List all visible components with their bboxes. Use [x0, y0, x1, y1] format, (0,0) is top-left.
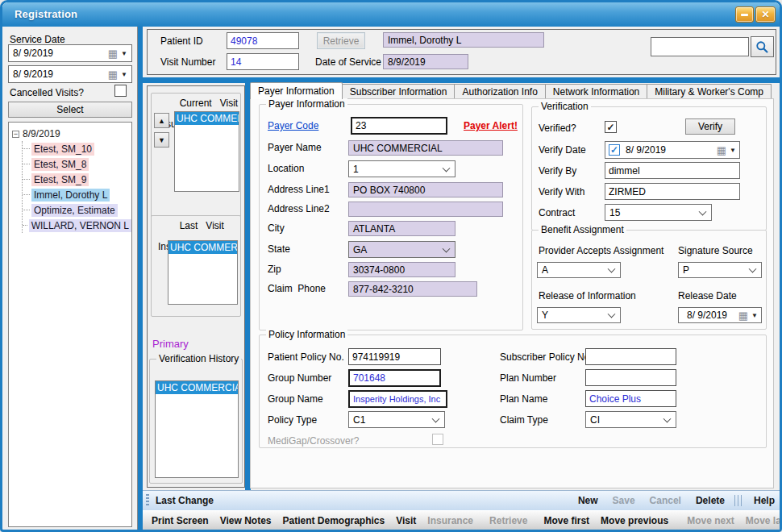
payer-code-input[interactable] [351, 117, 447, 135]
address-line1-field: PO BOX 740800 [348, 182, 503, 197]
search-button[interactable] [751, 36, 774, 57]
policy-type-select[interactable]: C1 [348, 411, 445, 428]
select-button[interactable]: Select [8, 102, 132, 118]
group-name-input[interactable] [348, 390, 447, 408]
payer-alert-link[interactable]: Payer Alert! [464, 120, 518, 131]
cancelled-visits-checkbox[interactable] [114, 85, 127, 97]
last-insurance-listbox[interactable]: UHC COMMERCIAL [168, 240, 238, 305]
search-icon [755, 40, 769, 54]
tree-item[interactable]: Optimize, Estimate [31, 204, 118, 217]
tab-payer-information[interactable]: Payer Information [250, 82, 343, 99]
patient-header-panel: Patient ID Visit Number Retrieve Immel, … [147, 29, 776, 75]
cancelled-visits-label: Cancelled Visits? [10, 87, 84, 98]
cancel-button[interactable]: Cancel [650, 495, 681, 506]
medigap-crossover-checkbox[interactable] [432, 434, 443, 445]
move-first-button[interactable]: Move first [543, 515, 589, 526]
verification-caption: Verification [539, 101, 591, 112]
verification-history-item[interactable]: UHC COMMERCIAL [156, 381, 238, 394]
view-notes-button[interactable]: View Notes [220, 515, 272, 526]
tab-authorization-info[interactable]: Authorization Info [454, 84, 545, 99]
retrieve-button[interactable]: Retrieve [317, 32, 365, 49]
subscriber-policy-no-input[interactable] [585, 348, 676, 365]
medigap-crossover-label: MediGap/Crossover? [268, 435, 359, 447]
group-number-input[interactable] [348, 369, 441, 387]
verify-with-input[interactable] [605, 183, 740, 200]
service-date-from-value: 8/ 9/2019 [13, 48, 53, 59]
tab-military-workers-comp[interactable]: Military & Worker's Comp [647, 84, 772, 99]
visit-button[interactable]: Visit [396, 515, 416, 526]
visit-tree[interactable]: − 8/9/2019 Etest, SM_10 Etest, SM_8 Etes… [8, 122, 132, 527]
current-insurance-item[interactable]: UHC COMMERCIAL [175, 112, 239, 125]
calendar-icon: ▦ [738, 310, 748, 321]
search-input[interactable] [651, 37, 749, 56]
print-screen-button[interactable]: Print Screen [152, 515, 209, 526]
visit-number-input[interactable] [227, 53, 299, 70]
provider-accepts-assignment-select[interactable]: A [537, 262, 621, 278]
plan-name-input[interactable] [585, 390, 676, 407]
tree-item[interactable]: Etest, SM_9 [31, 173, 89, 186]
release-of-information-select[interactable]: Y [537, 307, 621, 323]
tree-item[interactable]: Etest, SM_8 [31, 158, 89, 171]
verify-with-label: Verify With [539, 186, 584, 197]
delete-button[interactable]: Delete [696, 495, 725, 506]
verify-button[interactable]: Verify [685, 118, 735, 135]
policy-information-group: Policy Information Patient Policy No. Gr… [259, 335, 767, 448]
address-line1-label: Address Line1 [268, 184, 330, 195]
chevron-down-icon: ▼ [751, 312, 758, 319]
move-insurance-down-button[interactable]: ▼ [154, 132, 169, 148]
up-arrow-icon: ▲ [158, 117, 165, 125]
verified-checkbox[interactable]: ✓ [605, 121, 617, 133]
insurance-button[interactable]: Insurance [427, 515, 473, 526]
move-last-button[interactable]: Move last [746, 515, 782, 526]
verification-history-listbox[interactable]: UHC COMMERCIAL [155, 380, 239, 478]
verify-by-input[interactable] [605, 162, 740, 179]
minimize-button[interactable] [735, 6, 754, 23]
contract-label: Contract [539, 207, 575, 218]
retrieve-toolbar-button[interactable]: Retrieve [489, 515, 527, 526]
service-date-to-picker[interactable]: 8/ 9/2019 ▦▼ [8, 65, 132, 83]
chevron-down-icon [443, 164, 451, 172]
tab-network-information[interactable]: Network Information [545, 84, 647, 99]
verify-date-checkbox[interactable]: ✓ [609, 144, 620, 156]
tab-subscriber-information[interactable]: Subscriber Information [342, 84, 455, 99]
collapse-icon[interactable]: − [12, 131, 19, 138]
verify-date-label: Verify Date [539, 144, 586, 156]
patient-id-input[interactable] [227, 32, 299, 49]
release-date-picker[interactable]: 8/ 9/2019 ▦▼ [678, 307, 762, 323]
tree-root-row[interactable]: − 8/9/2019 [12, 127, 131, 141]
close-button[interactable]: ✕ [755, 6, 776, 23]
contract-select[interactable]: 15 [605, 204, 712, 221]
patient-name-field: Immel, Dorothy L [383, 32, 544, 48]
signature-source-select[interactable]: P [678, 262, 762, 278]
new-button[interactable]: New [578, 495, 598, 506]
verify-date-picker[interactable]: ✓ 8/ 9/2019 ▦▼ [605, 141, 740, 159]
zip-label: Zip [268, 264, 281, 275]
tree-item[interactable]: Etest, SM_10 [31, 143, 94, 156]
tree-item-selected[interactable]: Immel, Dorothy L [31, 189, 110, 202]
claim-type-select[interactable]: CI [585, 411, 676, 428]
current-insurance-listbox[interactable]: UHC COMMERCIAL [174, 111, 239, 192]
bottom-toolbar: Print Screen View Notes Patient Demograp… [143, 510, 780, 530]
last-insurance-item[interactable]: UHC COMMERCIAL [168, 241, 237, 254]
tree-item[interactable]: WILLARD, VERNON L [29, 219, 131, 232]
patient-demographics-button[interactable]: Patient Demographics [283, 515, 385, 526]
save-button[interactable]: Save [613, 495, 635, 506]
verification-history-caption: Verification History [156, 353, 241, 364]
help-button[interactable]: Help [754, 495, 775, 506]
primary-label: Primary [152, 338, 189, 350]
down-arrow-icon: ▼ [158, 136, 165, 144]
last-change-button[interactable]: Last Change [156, 495, 214, 506]
minimize-icon [741, 14, 748, 16]
move-next-button[interactable]: Move next [687, 515, 734, 526]
move-previous-button[interactable]: Move previous [601, 515, 668, 526]
state-select[interactable]: GA [348, 241, 455, 258]
plan-number-input[interactable] [585, 369, 676, 386]
location-select[interactable]: 1 [348, 160, 455, 177]
patient-policy-no-input[interactable] [348, 348, 441, 365]
plan-name-label: Plan Name [500, 393, 547, 405]
payer-code-link[interactable]: Payer Code [268, 120, 318, 131]
grip-icon [146, 494, 149, 507]
location-label: Location [268, 163, 304, 174]
service-date-from-picker[interactable]: 8/ 9/2019 ▦▼ [8, 44, 132, 62]
move-insurance-up-button[interactable]: ▲ [154, 113, 169, 128]
